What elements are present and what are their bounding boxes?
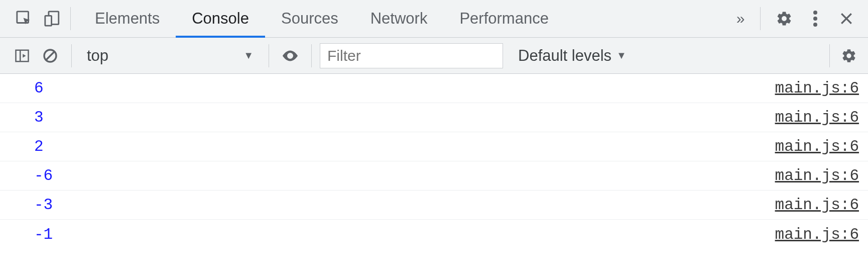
svg-point-5 [813,23,817,27]
svg-marker-10 [23,54,26,58]
console-log-row: -1 main.js:6 [0,220,868,249]
log-source-link[interactable]: main.js:6 [775,138,859,155]
log-source-link[interactable]: main.js:6 [775,109,859,126]
console-toolbar: top ▼ Default levels ▼ [0,38,868,74]
live-expression-eye-icon[interactable] [277,43,303,69]
log-value: 3 [34,109,44,126]
console-log-row: 3 main.js:6 [0,103,868,132]
log-value: 6 [34,79,44,97]
log-source-link[interactable]: main.js:6 [775,226,859,243]
log-value: -6 [34,167,53,185]
tab-sources[interactable]: Sources [265,0,354,37]
console-log-row: 6 main.js:6 [0,74,868,103]
clear-console-icon[interactable] [37,43,63,69]
divider [71,44,72,67]
log-levels-label: Default levels [518,47,611,65]
kebab-menu-icon[interactable] [800,5,831,33]
tab-elements[interactable]: Elements [79,0,176,37]
svg-rect-8 [16,50,29,61]
more-tabs-icon[interactable]: » [725,5,756,33]
execution-context-selector[interactable]: top ▼ [80,47,261,65]
svg-point-3 [813,11,817,15]
tab-console[interactable]: Console [176,0,265,37]
devtools-tabbar: Elements Console Sources Network Perform… [0,0,868,38]
svg-line-12 [46,52,54,60]
toggle-console-sidebar-icon[interactable] [9,43,35,69]
toggle-device-toolbar-icon[interactable] [38,5,66,33]
divider [70,7,71,30]
panel-tabs: Elements Console Sources Network Perform… [79,0,565,37]
divider [829,44,830,67]
inspect-element-icon[interactable] [10,5,38,33]
divider [311,44,312,67]
log-source-link[interactable]: main.js:6 [775,167,859,185]
console-log-row: -6 main.js:6 [0,161,868,191]
console-settings-gear-icon[interactable] [836,43,862,69]
tab-network[interactable]: Network [354,0,444,37]
console-log-row: 2 main.js:6 [0,132,868,161]
log-source-link[interactable]: main.js:6 [775,196,859,214]
divider [269,44,269,67]
svg-point-4 [813,17,817,21]
log-source-link[interactable]: main.js:6 [775,79,859,97]
filter-input[interactable] [320,43,503,68]
execution-context-label: top [87,47,108,65]
svg-rect-2 [45,16,52,26]
console-log-row: -3 main.js:6 [0,191,868,220]
log-value: -1 [34,226,53,243]
chevron-down-icon: ▼ [243,50,254,61]
settings-gear-icon[interactable] [769,5,800,33]
console-log-area: 6 main.js:6 3 main.js:6 2 main.js:6 -6 m… [0,74,868,249]
chevron-down-icon: ▼ [616,50,627,61]
tab-performance[interactable]: Performance [443,0,564,37]
divider [760,7,761,30]
close-devtools-icon[interactable] [831,5,862,33]
log-value: -3 [34,196,53,214]
log-value: 2 [34,138,44,155]
log-levels-selector[interactable]: Default levels ▼ [518,47,627,65]
